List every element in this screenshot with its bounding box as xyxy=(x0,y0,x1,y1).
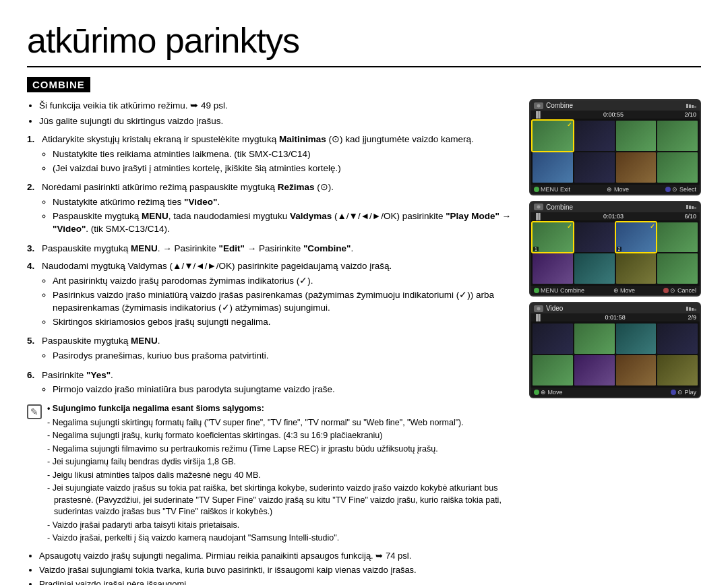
step-4-text: Naudodami mygtuką Valdymas (▲/▼/◄/►/OK) … xyxy=(42,261,392,271)
bar1 xyxy=(686,104,688,108)
footer-bullet-2: Vaizdo įrašai sujungiami tokia tvarka, k… xyxy=(39,564,516,576)
screen-1-title-left: Combine xyxy=(534,102,573,109)
step-2-content: Norėdami pasirinkti atkūrimo režimą pasp… xyxy=(42,181,516,237)
screen-2-title-left: Combine xyxy=(534,204,573,211)
footer-bullet-1: Apsaugotų vaizdo įrašų sujungti negalima… xyxy=(39,550,516,562)
footer-combine: MENU Combine xyxy=(534,287,584,294)
screen-3-time-row: ▐▌ 0:01:58 2/9 xyxy=(530,313,700,321)
thumb-2-6 xyxy=(574,253,615,284)
step-4-sub-2: Pasirinkus vaizdo įrašo miniatiūrą vaizd… xyxy=(53,289,516,315)
screen-1-time-icon: ▐▌ xyxy=(534,111,543,118)
screen-3-title: Video xyxy=(546,305,563,312)
intro-bullet-1: Ši funkcija veikia tik atkūrimo režimu. … xyxy=(39,99,516,113)
note-item-1: Negalima sujungti skirtingų formatų fail… xyxy=(47,417,516,429)
thumb-2-4 xyxy=(657,222,698,253)
thumb-2-5 xyxy=(533,253,573,284)
note-item-4: Jei sujungiamų failų bendras dydis virši… xyxy=(47,456,516,468)
bar2 xyxy=(689,104,691,108)
footer-move-1: ⊕ Move xyxy=(607,186,629,193)
screen-3: Video ▐▌ 0:01:58 2/9 xyxy=(529,302,701,398)
footer-select-label-1: ⊙ Select xyxy=(672,186,696,193)
step-4: 4. Naudodami mygtuką Valdymas (▲/▼/◄/►/O… xyxy=(27,259,516,330)
note-item-8: Vaizdo įrašai, perkelti į šią vaizdo kam… xyxy=(47,532,516,545)
thumb-2-8 xyxy=(657,253,698,284)
thumb-1-5 xyxy=(533,152,573,183)
thumb-3-2 xyxy=(574,324,615,354)
screen-3-footer: ⊕ Move ⊙ Play xyxy=(530,388,700,397)
bar3-3 xyxy=(692,308,694,311)
text-column: Ši funkcija veikia tik atkūrimo režimu. … xyxy=(27,99,516,585)
footer-combine-label: MENU Combine xyxy=(541,287,584,294)
bar2-3 xyxy=(689,307,691,311)
thumb-1-2 xyxy=(574,121,615,151)
step-6-num: 6. xyxy=(27,369,38,398)
screen-2-header: Combine xyxy=(530,202,700,212)
step-5-sub-1: Pasirodys pranešimas, kuriuo bus prašoma… xyxy=(53,350,516,363)
screen-1-time: 0:00:55 xyxy=(603,111,624,118)
exit-btn-circle xyxy=(534,187,539,192)
step-5-content: Paspauskite mygtuką MENU. Pasirodys pran… xyxy=(42,334,516,363)
bar3 xyxy=(692,105,694,108)
combine-btn-circle xyxy=(534,288,539,293)
thumb-1-4 xyxy=(657,121,698,151)
step-2: 2. Norėdami pasirinkti atkūrimo režimą p… xyxy=(27,181,516,237)
thumb-1-8 xyxy=(657,152,698,183)
note-box: ✎ • Sujungimo funkcija negalima esant ši… xyxy=(27,403,516,546)
note-content: • Sujungimo funkcija negalima esant šiom… xyxy=(47,403,516,546)
battery-bars-3 xyxy=(686,307,696,311)
title-divider xyxy=(27,66,701,67)
step-4-sub-3: Skirtingos skiriamosios gebos įrašų suju… xyxy=(53,316,516,329)
step-1-subs: Nustatykite ties reikiama atminties laik… xyxy=(53,148,516,175)
step-3-num: 3. xyxy=(27,242,38,255)
note-item-2: Negalima sujungti įrašų, kurių formato k… xyxy=(47,430,516,442)
footer-cancel-label: ⊙ Cancel xyxy=(670,287,696,294)
thumb-1-6 xyxy=(574,152,615,183)
screen-2-time: 0:01:03 xyxy=(603,213,624,220)
step-5: 5. Paspauskite mygtuką MENU. Pasirodys p… xyxy=(27,334,516,363)
camera-icon-1 xyxy=(534,102,543,109)
step-5-subs: Pasirodys pranešimas, kuriuo bus prašoma… xyxy=(53,350,516,363)
note-item-7: Vaizdo įrašai padaryti arba taisyti kita… xyxy=(47,520,516,532)
thumb-2-7 xyxy=(616,253,657,284)
step-2-sub-1: Nustatykite atkūrimo režimą ties "Video"… xyxy=(53,196,516,209)
footer-bullets: Apsaugotų vaizdo įrašų sujungti negalima… xyxy=(27,550,516,585)
screen-3-time: 0:01:58 xyxy=(605,314,626,321)
bar3-2 xyxy=(692,206,694,209)
note-item-3: Negalima sujungti filmavimo su pertrauko… xyxy=(47,443,516,456)
screen-1-thumbs: ✓ xyxy=(530,119,700,185)
screen-3-count: 2/9 xyxy=(688,314,696,321)
step-4-num: 4. xyxy=(27,259,38,330)
screen-2-thumbs: ✓1 ✓2 xyxy=(530,220,700,286)
thumb-2-2 xyxy=(574,222,615,253)
step-5-num: 5. xyxy=(27,334,38,363)
step-1-content: Atidarykite skystųjų kristalų ekraną ir … xyxy=(42,133,516,176)
step-6-text: Pasirinkite "Yes". xyxy=(42,370,113,380)
footer-bullet-3: Pradiniai vaizdo įrašai nėra išsaugomi. xyxy=(39,578,516,585)
section-heading: COMBINE xyxy=(27,77,90,92)
screen-1-title: Combine xyxy=(546,102,573,109)
screen-2-time-row: ▐▌ 0:01:03 6/10 xyxy=(530,212,700,220)
thumb-3-3 xyxy=(616,324,657,354)
thumb-3-6 xyxy=(574,355,615,386)
step-6: 6. Pasirinkite "Yes". Pirmojo vaizdo įra… xyxy=(27,369,516,398)
footer-move-2: ⊕ Move xyxy=(613,287,636,294)
battery-3 xyxy=(686,307,696,311)
thumb-2-3: ✓2 xyxy=(616,222,657,253)
screen-1-footer: MENU Exit ⊕ Move ⊙ Select xyxy=(530,185,700,194)
step-1-sub-2: (Jei vaizdai buvo įrašyti į atminties ko… xyxy=(53,162,516,175)
note-item-6: Jei sujungiate vaizdo įrašus su tokia pa… xyxy=(47,483,516,518)
thumb-3-4 xyxy=(657,324,698,354)
screens-column: Combine ▐▌ 0:00:55 2/10 ✓ xyxy=(529,99,701,585)
camera-icon-3 xyxy=(534,305,543,312)
footer-move-3-btn: ⊕ Move xyxy=(534,389,563,396)
step-1-num: 1. xyxy=(27,133,38,176)
screen-2-time-icon: ▐▌ xyxy=(534,213,543,220)
footer-cancel: ⊙ Cancel xyxy=(663,287,696,294)
bar4-3 xyxy=(694,309,696,311)
step-5-text: Paspauskite mygtuką MENU. xyxy=(42,336,160,346)
thumb-3-7 xyxy=(616,355,657,386)
screen-2-count: 6/10 xyxy=(684,213,696,220)
step-6-sub-1: Pirmojo vaizdo įrašo miniatiūra bus paro… xyxy=(53,383,516,396)
note-item-5: Jeigu likusi atminties talpos dalis maže… xyxy=(47,470,516,482)
screen-1-count: 2/10 xyxy=(684,111,696,118)
